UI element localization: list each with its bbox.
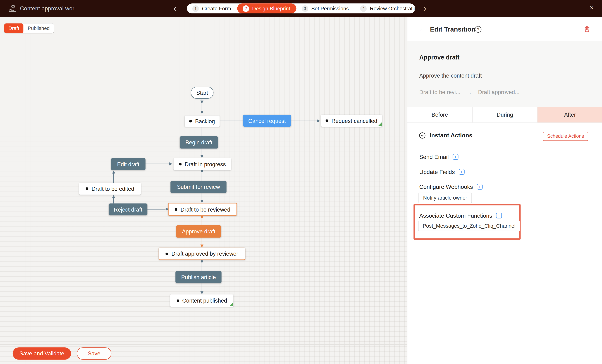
- steps-chevron-left-icon[interactable]: ‹: [174, 3, 176, 14]
- state-bullet: [176, 299, 179, 302]
- node-approve-draft[interactable]: Approve draft: [176, 225, 221, 238]
- action-update-fields: Update Fields +: [419, 169, 464, 175]
- phase-tabs: Before During After: [408, 107, 602, 123]
- toggle-draft[interactable]: Draft: [4, 23, 24, 33]
- toggle-published[interactable]: Published: [23, 23, 54, 33]
- edit-transition-panel: ← Edit Transition ? Approve draft Approv…: [407, 17, 602, 364]
- step-design-blueprint[interactable]: 2 Design Blueprint: [237, 3, 296, 13]
- node-cancel-request[interactable]: Cancel request: [243, 115, 291, 127]
- node-content-published[interactable]: Content published: [170, 294, 234, 307]
- node-draft-to-be-edited[interactable]: Draft to be edited: [79, 183, 141, 194]
- step-number: 1: [193, 5, 199, 12]
- node-submit-for-review[interactable]: Submit for review: [170, 181, 226, 193]
- step-set-permissions[interactable]: 3 Set Permissions: [296, 3, 355, 13]
- step-number: 2: [243, 5, 249, 12]
- instant-actions-icon: [419, 132, 426, 139]
- top-bar: Content approval wor... ‹ 1 Create Form …: [0, 0, 602, 17]
- schedule-actions-button[interactable]: Schedule Actions: [543, 132, 588, 141]
- node-request-cancelled[interactable]: Request cancelled: [321, 115, 382, 127]
- step-review-orchestration[interactable]: 4 Review Orchestration: [355, 3, 426, 13]
- draft-published-toggle: Draft Published: [4, 23, 54, 33]
- step-number: 4: [360, 5, 367, 12]
- add-send-email-icon[interactable]: +: [452, 154, 458, 160]
- save-and-validate-button[interactable]: Save and Validate: [13, 347, 71, 360]
- node-draft-approved-by-reviewer[interactable]: Draft approved by reviewer: [159, 247, 245, 260]
- transition-description: Approve the content draft: [419, 73, 482, 79]
- blueprint-canvas: Draft Published: [0, 17, 407, 364]
- tab-after[interactable]: After: [538, 107, 602, 123]
- close-icon[interactable]: ×: [590, 4, 593, 12]
- transition-name: Approve draft: [419, 54, 460, 61]
- steps-chevron-right-icon[interactable]: ›: [424, 3, 426, 14]
- state-bullet: [179, 163, 182, 166]
- webhook-chip[interactable]: Notify article owner: [419, 193, 472, 203]
- wizard-steps: 1 Create Form 2 Design Blueprint 3 Set P…: [187, 3, 415, 13]
- delete-transition-icon[interactable]: [584, 25, 590, 32]
- node-start[interactable]: Start: [191, 87, 213, 98]
- save-button[interactable]: Save: [77, 347, 111, 360]
- tab-before[interactable]: Before: [408, 107, 473, 123]
- node-begin-draft[interactable]: Begin draft: [180, 136, 218, 149]
- help-icon[interactable]: ?: [475, 26, 481, 32]
- node-publish-article[interactable]: Publish article: [175, 271, 221, 283]
- node-backlog[interactable]: Backlog: [185, 116, 220, 127]
- state-bullet: [326, 119, 328, 122]
- action-send-email: Send Email +: [419, 153, 458, 160]
- workflow-hand-gear-icon: [8, 4, 17, 13]
- tab-during[interactable]: During: [473, 107, 538, 123]
- state-bullet: [166, 252, 168, 255]
- from-to-states: Draft to be revi... → Draft approved...: [419, 89, 520, 95]
- node-reject-draft[interactable]: Reject draft: [108, 203, 147, 215]
- footer-divider: [0, 344, 407, 345]
- from-to-arrow-icon: →: [467, 89, 472, 95]
- blueprint-editor: Content approval wor... ‹ 1 Create Form …: [0, 0, 602, 364]
- step-number: 3: [302, 5, 308, 12]
- node-edit-draft[interactable]: Edit draft: [111, 158, 145, 170]
- back-arrow-icon[interactable]: ←: [419, 25, 426, 32]
- custom-function-chip[interactable]: Post_Messages_to_Zoho_Cliq_Channel: [418, 221, 520, 231]
- node-draft-to-be-reviewed[interactable]: Draft to be reviewed: [168, 203, 237, 216]
- add-custom-function-icon[interactable]: +: [496, 213, 502, 218]
- state-bullet: [86, 187, 88, 190]
- state-bullet: [175, 208, 177, 211]
- action-associate-custom-functions: Associate Custom Functions +: [419, 212, 502, 219]
- transition-info-section: Approve draft Approve the content draft …: [408, 41, 602, 107]
- instant-actions-header: Instant Actions: [419, 132, 473, 139]
- add-webhook-icon[interactable]: +: [477, 184, 483, 190]
- node-draft-in-progress[interactable]: Draft in progress: [174, 158, 231, 170]
- from-state-field[interactable]: Draft to be revi...: [419, 89, 461, 95]
- add-update-fields-icon[interactable]: +: [459, 169, 464, 175]
- state-bullet: [189, 120, 192, 123]
- panel-title: Edit Transition: [430, 26, 475, 33]
- workflow-title: Content approval wor...: [20, 5, 79, 11]
- step-create-form[interactable]: 1 Create Form: [187, 3, 237, 13]
- to-state-field[interactable]: Draft approved...: [478, 89, 519, 95]
- action-configure-webhooks: Configure Webhooks +: [419, 183, 483, 190]
